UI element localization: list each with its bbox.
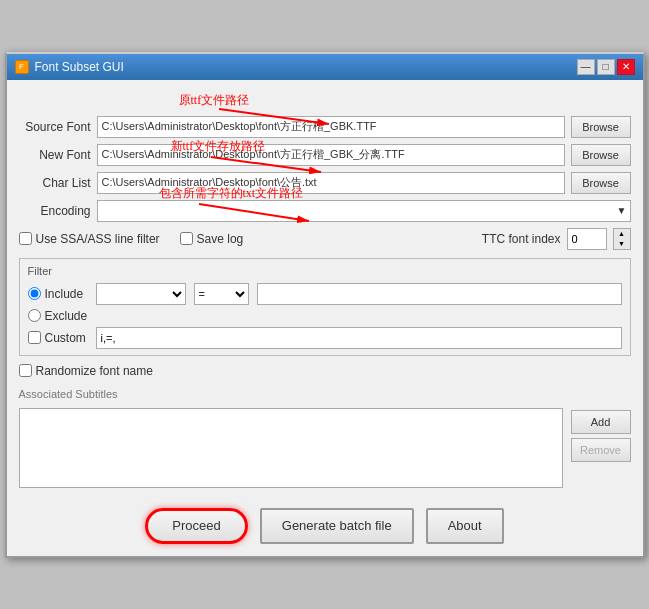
save-log-checkbox-label[interactable]: Save log (180, 232, 244, 246)
include-label: Include (45, 287, 84, 301)
randomize-checkbox[interactable] (19, 364, 32, 377)
char-list-row: Char List Browse (19, 172, 631, 194)
associated-subtitles-label: Associated Subtitles (19, 388, 631, 400)
remove-button[interactable]: Remove (571, 438, 631, 462)
ttc-decrement-button[interactable]: ▼ (614, 239, 630, 249)
exclude-radio[interactable] (28, 309, 41, 322)
ttc-label: TTC font index (482, 232, 561, 246)
include-row: Include = != > < (28, 283, 622, 305)
generate-batch-button[interactable]: Generate batch file (260, 508, 414, 544)
char-list-browse-button[interactable]: Browse (571, 172, 631, 194)
exclude-label: Exclude (45, 309, 88, 323)
close-button[interactable]: ✕ (617, 59, 635, 75)
ssa-filter-checkbox[interactable] (19, 232, 32, 245)
new-font-label: New Font (19, 148, 91, 162)
randomize-row: Randomize font name (19, 364, 631, 378)
custom-row: Custom (28, 327, 622, 349)
window-title: Font Subset GUI (35, 60, 124, 74)
save-log-checkbox[interactable] (180, 232, 193, 245)
include-field-select[interactable] (96, 283, 186, 305)
add-button[interactable]: Add (571, 410, 631, 434)
maximize-button[interactable]: □ (597, 59, 615, 75)
source-font-row: Source Font Browse (19, 116, 631, 138)
ttc-row: TTC font index ▲ ▼ (482, 228, 631, 250)
encoding-select[interactable] (97, 200, 631, 222)
randomize-checkbox-label[interactable]: Randomize font name (19, 364, 153, 378)
associated-buttons: Add Remove (571, 408, 631, 488)
annotation-source-path: 原ttf文件路径 (179, 92, 250, 109)
include-eq-select[interactable]: = != > < (194, 283, 249, 305)
content-area: 原ttf文件路径 新ttf文件存放路径 包含所需字符的txt文件路径 Sourc… (7, 80, 643, 498)
minimize-button[interactable]: — (577, 59, 595, 75)
title-bar-left: F Font Subset GUI (15, 60, 124, 74)
app-icon: F (15, 60, 29, 74)
custom-checkbox-label[interactable]: Custom (28, 331, 88, 345)
associated-list (19, 408, 563, 488)
proceed-button[interactable]: Proceed (145, 508, 247, 544)
main-window: F Font Subset GUI — □ ✕ 原ttf文件路径 新ttf文件存… (5, 52, 645, 558)
randomize-label: Randomize font name (36, 364, 153, 378)
title-bar: F Font Subset GUI — □ ✕ (7, 54, 643, 80)
source-font-browse-button[interactable]: Browse (571, 116, 631, 138)
custom-label: Custom (45, 331, 86, 345)
new-font-row: New Font Browse (19, 144, 631, 166)
about-button[interactable]: About (426, 508, 504, 544)
include-value-input[interactable] (257, 283, 622, 305)
associated-section: Add Remove (19, 408, 631, 488)
ssa-filter-label: Use SSA/ASS line filter (36, 232, 160, 246)
ttc-spinner: ▲ ▼ (613, 228, 631, 250)
custom-checkbox[interactable] (28, 331, 41, 344)
custom-input[interactable] (96, 327, 622, 349)
encoding-row: Encoding ▼ (19, 200, 631, 222)
char-list-label: Char List (19, 176, 91, 190)
title-buttons: — □ ✕ (577, 59, 635, 75)
ttc-input[interactable] (567, 228, 607, 250)
source-font-label: Source Font (19, 120, 91, 134)
encoding-select-wrapper: ▼ (97, 200, 631, 222)
source-font-input[interactable] (97, 116, 565, 138)
options-row: Use SSA/ASS line filter Save log TTC fon… (19, 228, 631, 250)
include-radio[interactable] (28, 287, 41, 300)
ttc-increment-button[interactable]: ▲ (614, 229, 630, 239)
filter-legend: Filter (28, 265, 622, 277)
new-font-input[interactable] (97, 144, 565, 166)
filter-group: Filter Include = != > < (19, 258, 631, 356)
include-radio-label[interactable]: Include (28, 287, 88, 301)
char-list-input[interactable] (97, 172, 565, 194)
exclude-radio-label[interactable]: Exclude (28, 309, 88, 323)
ssa-filter-checkbox-label[interactable]: Use SSA/ASS line filter (19, 232, 160, 246)
save-log-label: Save log (197, 232, 244, 246)
new-font-browse-button[interactable]: Browse (571, 144, 631, 166)
bottom-bar: Proceed Generate batch file About (7, 498, 643, 556)
exclude-row: Exclude (28, 309, 622, 323)
encoding-label: Encoding (19, 204, 91, 218)
